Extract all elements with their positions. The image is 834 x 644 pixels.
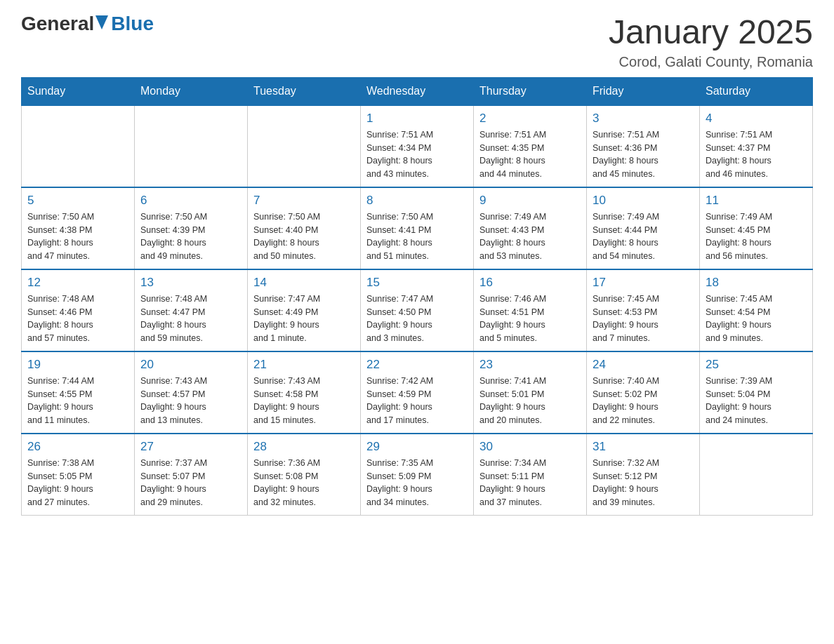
day-info: Sunrise: 7:51 AM Sunset: 4:36 PM Dayligh…: [593, 128, 694, 181]
calendar-cell: 11Sunrise: 7:49 AM Sunset: 4:45 PM Dayli…: [700, 187, 813, 269]
day-number: 30: [479, 440, 581, 454]
day-info: Sunrise: 7:34 AM Sunset: 5:11 PM Dayligh…: [479, 457, 581, 509]
day-info: Sunrise: 7:51 AM Sunset: 4:34 PM Dayligh…: [366, 128, 468, 181]
calendar-cell: 12Sunrise: 7:48 AM Sunset: 4:46 PM Dayli…: [22, 269, 135, 351]
day-info: Sunrise: 7:49 AM Sunset: 4:45 PM Dayligh…: [706, 210, 807, 263]
day-info: Sunrise: 7:50 AM Sunset: 4:39 PM Dayligh…: [140, 210, 241, 263]
logo-arrow-icon: [95, 15, 108, 29]
calendar-cell: 29Sunrise: 7:35 AM Sunset: 5:09 PM Dayli…: [361, 434, 474, 516]
day-number: 2: [479, 112, 581, 126]
day-info: Sunrise: 7:40 AM Sunset: 5:02 PM Dayligh…: [593, 375, 694, 427]
day-number: 5: [27, 194, 128, 208]
day-number: 28: [253, 440, 355, 454]
calendar-cell: [22, 105, 135, 187]
day-number: 31: [593, 440, 694, 454]
day-info: Sunrise: 7:38 AM Sunset: 5:05 PM Dayligh…: [27, 457, 128, 509]
day-info: Sunrise: 7:44 AM Sunset: 4:55 PM Dayligh…: [27, 375, 128, 427]
calendar-cell: 7Sunrise: 7:50 AM Sunset: 4:40 PM Daylig…: [248, 187, 361, 269]
day-number: 20: [140, 358, 241, 372]
day-info: Sunrise: 7:39 AM Sunset: 5:04 PM Dayligh…: [706, 375, 807, 427]
calendar-cell: 17Sunrise: 7:45 AM Sunset: 4:53 PM Dayli…: [587, 269, 700, 351]
day-number: 23: [479, 358, 581, 372]
calendar-cell: 25Sunrise: 7:39 AM Sunset: 5:04 PM Dayli…: [700, 351, 813, 434]
calendar-cell: 31Sunrise: 7:32 AM Sunset: 5:12 PM Dayli…: [587, 434, 700, 516]
calendar-cell: 24Sunrise: 7:40 AM Sunset: 5:02 PM Dayli…: [587, 351, 700, 434]
day-info: Sunrise: 7:47 AM Sunset: 4:50 PM Dayligh…: [366, 293, 468, 345]
day-number: 4: [706, 112, 807, 126]
day-info: Sunrise: 7:37 AM Sunset: 5:07 PM Dayligh…: [140, 457, 241, 509]
month-title: January 2025: [609, 14, 813, 51]
calendar-cell: 9Sunrise: 7:49 AM Sunset: 4:43 PM Daylig…: [474, 187, 587, 269]
calendar-cell: 15Sunrise: 7:47 AM Sunset: 4:50 PM Dayli…: [361, 269, 474, 351]
calendar-header-saturday: Saturday: [700, 77, 813, 105]
day-number: 14: [253, 276, 355, 290]
day-info: Sunrise: 7:43 AM Sunset: 4:58 PM Dayligh…: [253, 375, 355, 427]
calendar-week-row: 12Sunrise: 7:48 AM Sunset: 4:46 PM Dayli…: [22, 269, 813, 351]
day-info: Sunrise: 7:49 AM Sunset: 4:43 PM Dayligh…: [479, 210, 581, 263]
svg-marker-0: [95, 15, 108, 29]
day-info: Sunrise: 7:45 AM Sunset: 4:54 PM Dayligh…: [706, 293, 807, 345]
day-info: Sunrise: 7:50 AM Sunset: 4:40 PM Dayligh…: [253, 210, 355, 263]
day-info: Sunrise: 7:51 AM Sunset: 4:37 PM Dayligh…: [706, 128, 807, 181]
day-info: Sunrise: 7:32 AM Sunset: 5:12 PM Dayligh…: [593, 457, 694, 509]
calendar-header-tuesday: Tuesday: [248, 77, 361, 105]
day-number: 21: [253, 358, 355, 372]
day-info: Sunrise: 7:50 AM Sunset: 4:41 PM Dayligh…: [366, 210, 468, 263]
calendar-week-row: 1Sunrise: 7:51 AM Sunset: 4:34 PM Daylig…: [22, 105, 813, 187]
day-number: 18: [706, 276, 807, 290]
day-number: 16: [479, 276, 581, 290]
calendar-cell: [700, 434, 813, 516]
day-number: 29: [366, 440, 468, 454]
calendar-cell: 3Sunrise: 7:51 AM Sunset: 4:36 PM Daylig…: [587, 105, 700, 187]
day-info: Sunrise: 7:49 AM Sunset: 4:44 PM Dayligh…: [593, 210, 694, 263]
day-number: 13: [140, 276, 241, 290]
day-info: Sunrise: 7:51 AM Sunset: 4:35 PM Dayligh…: [479, 128, 581, 181]
calendar-cell: 21Sunrise: 7:43 AM Sunset: 4:58 PM Dayli…: [248, 351, 361, 434]
calendar-cell: [248, 105, 361, 187]
day-info: Sunrise: 7:45 AM Sunset: 4:53 PM Dayligh…: [593, 293, 694, 345]
day-info: Sunrise: 7:46 AM Sunset: 4:51 PM Dayligh…: [479, 293, 581, 345]
day-number: 3: [593, 112, 694, 126]
calendar-cell: 26Sunrise: 7:38 AM Sunset: 5:05 PM Dayli…: [22, 434, 135, 516]
calendar-cell: 30Sunrise: 7:34 AM Sunset: 5:11 PM Dayli…: [474, 434, 587, 516]
day-number: 10: [593, 194, 694, 208]
calendar-week-row: 19Sunrise: 7:44 AM Sunset: 4:55 PM Dayli…: [22, 351, 813, 434]
day-number: 27: [140, 440, 241, 454]
calendar-cell: 19Sunrise: 7:44 AM Sunset: 4:55 PM Dayli…: [22, 351, 135, 434]
calendar-cell: 5Sunrise: 7:50 AM Sunset: 4:38 PM Daylig…: [22, 187, 135, 269]
day-number: 12: [27, 276, 128, 290]
calendar-cell: 4Sunrise: 7:51 AM Sunset: 4:37 PM Daylig…: [700, 105, 813, 187]
day-number: 25: [706, 358, 807, 372]
calendar-cell: 8Sunrise: 7:50 AM Sunset: 4:41 PM Daylig…: [361, 187, 474, 269]
day-number: 24: [593, 358, 694, 372]
calendar-cell: [135, 105, 248, 187]
day-number: 19: [27, 358, 128, 372]
calendar-cell: 20Sunrise: 7:43 AM Sunset: 4:57 PM Dayli…: [135, 351, 248, 434]
logo: General Blue: [21, 14, 154, 34]
day-info: Sunrise: 7:41 AM Sunset: 5:01 PM Dayligh…: [479, 375, 581, 427]
calendar-cell: 13Sunrise: 7:48 AM Sunset: 4:47 PM Dayli…: [135, 269, 248, 351]
page-header: General Blue January 2025 Corod, Galati …: [21, 14, 813, 70]
calendar-header-monday: Monday: [135, 77, 248, 105]
calendar-cell: 22Sunrise: 7:42 AM Sunset: 4:59 PM Dayli…: [361, 351, 474, 434]
day-info: Sunrise: 7:36 AM Sunset: 5:08 PM Dayligh…: [253, 457, 355, 509]
day-number: 6: [140, 194, 241, 208]
day-number: 17: [593, 276, 694, 290]
logo-general: General: [21, 14, 94, 34]
day-number: 26: [27, 440, 128, 454]
calendar-cell: 10Sunrise: 7:49 AM Sunset: 4:44 PM Dayli…: [587, 187, 700, 269]
calendar-cell: 28Sunrise: 7:36 AM Sunset: 5:08 PM Dayli…: [248, 434, 361, 516]
day-number: 1: [366, 112, 468, 126]
calendar-header-row: SundayMondayTuesdayWednesdayThursdayFrid…: [22, 77, 813, 105]
day-info: Sunrise: 7:50 AM Sunset: 4:38 PM Dayligh…: [27, 210, 128, 263]
day-info: Sunrise: 7:48 AM Sunset: 4:47 PM Dayligh…: [140, 293, 241, 345]
day-info: Sunrise: 7:43 AM Sunset: 4:57 PM Dayligh…: [140, 375, 241, 427]
calendar-cell: 1Sunrise: 7:51 AM Sunset: 4:34 PM Daylig…: [361, 105, 474, 187]
day-number: 7: [253, 194, 355, 208]
calendar-cell: 27Sunrise: 7:37 AM Sunset: 5:07 PM Dayli…: [135, 434, 248, 516]
day-number: 9: [479, 194, 581, 208]
calendar-header-wednesday: Wednesday: [361, 77, 474, 105]
day-info: Sunrise: 7:35 AM Sunset: 5:09 PM Dayligh…: [366, 457, 468, 509]
day-info: Sunrise: 7:48 AM Sunset: 4:46 PM Dayligh…: [27, 293, 128, 345]
logo-blue: Blue: [111, 14, 154, 34]
